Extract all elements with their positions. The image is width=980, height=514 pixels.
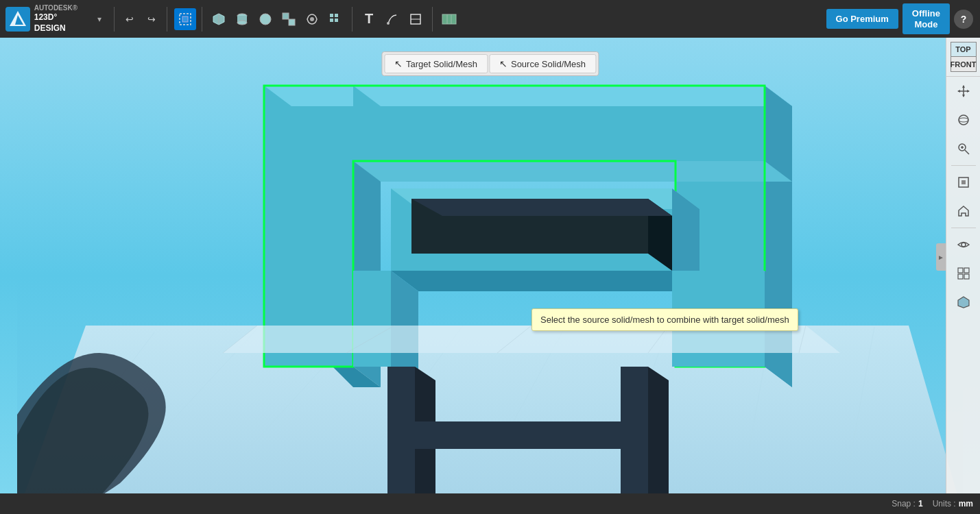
undo-button[interactable]: ↩ [119, 8, 141, 30]
units-status: Units : mm [933, 499, 973, 509]
svg-marker-71 [957, 90, 960, 93]
pattern-button[interactable] [324, 8, 346, 30]
box-primitive-button[interactable] [208, 8, 230, 30]
svg-rect-10 [283, 13, 289, 19]
3d-viewport[interactable]: ↖ Target Solid/Mesh ↖ Source Solid/Mesh … [0, 38, 980, 514]
svg-marker-43 [353, 161, 792, 182]
offline-line1: Offline [912, 8, 940, 19]
svg-rect-85 [958, 274, 963, 279]
svg-point-82 [961, 243, 966, 247]
svg-line-76 [965, 150, 969, 154]
svg-marker-51 [411, 199, 672, 216]
svg-point-12 [310, 17, 314, 21]
svg-rect-80 [961, 180, 966, 184]
logo-area: AUTODESK® 123D° DESIGN ▾ [0, 3, 110, 34]
select-tool-button[interactable] [174, 8, 196, 30]
svg-marker-72 [967, 90, 970, 93]
panel-divider-1 [951, 165, 976, 166]
orbit-button[interactable] [951, 107, 977, 133]
svg-rect-13 [330, 14, 333, 17]
snap-value: 1 [918, 499, 923, 509]
main-toolbar: AUTODESK® 123D° DESIGN ▾ ↩ ↪ [0, 0, 980, 38]
panel-divider-2 [951, 228, 976, 228]
svg-rect-20 [442, 14, 456, 24]
header-right-group: Go Premium Offline Mode ? [826, 3, 980, 34]
toolbar-divider-1 [114, 7, 115, 32]
toolbar-divider-5 [432, 7, 433, 32]
fit-all-button[interactable] [951, 169, 977, 195]
panel-collapse-tab[interactable]: ► [936, 243, 946, 271]
svg-rect-84 [964, 268, 969, 273]
svg-rect-86 [964, 274, 969, 279]
cursor-icon-target: ↖ [394, 58, 403, 69]
svg-rect-11 [289, 19, 295, 25]
svg-marker-70 [962, 95, 965, 97]
view-cube-top[interactable]: TOP [951, 42, 977, 57]
svg-rect-83 [958, 268, 963, 273]
selection-toolbar: ↖ Target Solid/Mesh ↖ Source Solid/Mesh [381, 51, 599, 76]
target-solid-mesh-button[interactable]: ↖ Target Solid/Mesh [384, 54, 488, 73]
materials-button[interactable] [438, 8, 460, 30]
source-label: Source Solid/Mesh [511, 59, 586, 69]
view-cube: TOP FRONT [946, 38, 980, 77]
svg-marker-81 [959, 206, 968, 216]
svg-rect-14 [335, 14, 338, 17]
units-value: mm [959, 499, 973, 509]
svg-marker-59 [648, 367, 669, 514]
modify-button[interactable] [301, 8, 323, 30]
svg-rect-3 [182, 16, 188, 22]
zoom-button[interactable] [951, 136, 977, 162]
statusbar: Snap : 1 Units : mm [0, 493, 980, 514]
svg-point-73 [959, 115, 968, 125]
toolbar-divider-3 [202, 7, 202, 32]
offline-line2: Mode [912, 19, 940, 30]
svg-marker-33 [264, 86, 353, 367]
tooltip-text: Select the source solid/mesh to combine … [540, 315, 789, 325]
svg-marker-56 [387, 367, 415, 514]
snap-status: Snap : 1 [892, 499, 922, 509]
help-button[interactable]: ? [954, 10, 973, 29]
view-eye-button[interactable] [951, 232, 977, 258]
solid-view-button[interactable] [951, 289, 977, 315]
operation-tooltip: Select the source solid/mesh to combine … [531, 308, 798, 331]
svg-marker-48 [391, 271, 700, 291]
scene-svg [0, 38, 980, 514]
cursor-icon-source: ↖ [499, 58, 507, 69]
main-tools-group: T [171, 7, 826, 32]
svg-rect-16 [335, 19, 338, 22]
text-button[interactable]: T [358, 8, 380, 30]
svg-marker-87 [958, 297, 969, 308]
svg-point-74 [959, 118, 968, 122]
source-solid-mesh-button[interactable]: ↖ Source Solid/Mesh [489, 54, 596, 73]
smart-duplicate-button[interactable] [278, 8, 300, 30]
svg-rect-15 [330, 19, 333, 22]
svg-point-8 [237, 21, 247, 25]
svg-marker-69 [962, 85, 965, 88]
sphere-primitive-button[interactable] [254, 8, 276, 30]
app-title: AUTODESK® 123D° DESIGN [34, 3, 91, 34]
redo-button[interactable]: ↪ [141, 8, 163, 30]
logo-dropdown-arrow[interactable]: ▾ [95, 14, 104, 24]
units-label: Units : [933, 499, 956, 509]
target-label: Target Solid/Mesh [406, 59, 477, 69]
go-premium-button[interactable]: Go Premium [826, 9, 898, 29]
sketch-button[interactable] [381, 8, 403, 30]
svg-marker-41 [353, 86, 792, 106]
view-cube-front[interactable]: FRONT [951, 57, 977, 72]
view-grid-button[interactable] [951, 260, 977, 286]
cylinder-primitive-button[interactable] [231, 8, 253, 30]
right-panel: TOP FRONT [946, 38, 980, 514]
toolbar-divider-4 [352, 7, 352, 32]
construct-button[interactable] [405, 8, 427, 30]
svg-marker-60 [415, 421, 621, 449]
svg-marker-58 [621, 367, 648, 514]
snap-label: Snap : [892, 499, 916, 509]
pan-button[interactable] [951, 78, 977, 104]
offline-mode-button[interactable]: Offline Mode [903, 3, 950, 34]
toolbar-divider-2 [167, 7, 167, 32]
svg-point-17 [387, 22, 390, 25]
autodesk-logo-icon [5, 7, 30, 32]
view-home-button[interactable] [951, 198, 977, 224]
svg-point-9 [260, 14, 271, 25]
